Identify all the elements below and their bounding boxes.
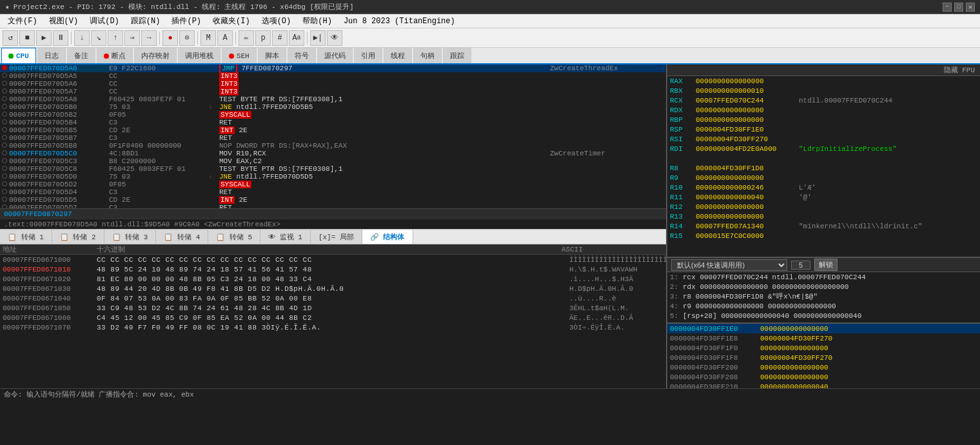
menu-item-O[interactable]: 选项(O) [257, 14, 297, 28]
toolbar-alloc[interactable]: A [217, 30, 233, 46]
call-num-input[interactable] [791, 261, 810, 270]
stack-row[interactable]: 0000004FD30FF2000000000000000000 [667, 362, 980, 372]
hex-row[interactable]: 00007FFED06710400F 84 07 53 0A 00 83 FA … [0, 293, 666, 303]
toolbar-run-to[interactable]: ▶| [310, 30, 326, 46]
bottom-tab-结构体[interactable]: 🔗 结构体 [362, 230, 413, 244]
close-button[interactable]: ✕ [966, 3, 975, 12]
disasm-bp[interactable] [0, 126, 9, 134]
disasm-row[interactable]: 00007FFED070D5A7CCINT3 [0, 88, 666, 95]
menu-item-Jun82023TitanEngine[interactable]: Jun 8 2023 (TitanEngine) [338, 15, 460, 27]
disasm-bp[interactable] [0, 103, 9, 111]
disasm-row[interactable]: 00007FFED070D5D075 03↓JNE ntdll.7FFED070… [0, 173, 666, 181]
bottom-tab-转储4[interactable]: 📋 转储 4 [156, 230, 208, 244]
disasm-bp[interactable] [0, 157, 9, 165]
toolbar-patch[interactable]: p [255, 30, 271, 46]
toolbar-step-over[interactable]: ↘ [91, 30, 106, 46]
bottom-tab-监视1[interactable]: 👁 监视 1 [260, 230, 311, 244]
disasm-row[interactable]: 00007FFED070D5D5CD 2EINT 2E [0, 196, 666, 204]
disasm-row[interactable]: 00007FFED070D5A6CCINT3 [0, 80, 666, 88]
disasm-bp[interactable] [0, 134, 9, 142]
tab-handle[interactable]: 句柄 [413, 48, 442, 63]
toolbar-stop[interactable]: ■ [19, 30, 35, 46]
toolbar-mem[interactable]: M [201, 30, 216, 46]
disasm-bp[interactable] [0, 95, 9, 103]
disasm-row[interactable]: 00007FFED070D5A5CCINT3 [0, 72, 666, 80]
hex-row[interactable]: 00007FFED0671060C4 45 12 00 45 85 C9 0F … [0, 313, 666, 322]
disasm-bp[interactable] [0, 88, 9, 95]
disasm-row[interactable]: 00007FFED070D5B075 03↓JNE ntdll.7FFED070… [0, 103, 666, 111]
disasm-bp[interactable] [0, 142, 9, 150]
disasm-bp[interactable] [0, 165, 9, 173]
toolbar-bp2[interactable]: ⊙ [179, 30, 195, 46]
menu-item-I[interactable]: 收藏夹(I) [208, 14, 255, 28]
disasm-bp[interactable] [0, 173, 9, 181]
toolbar-restart[interactable]: ↺ [3, 30, 18, 46]
stack-row[interactable]: 0000004FD30FF2100000000000000040 [667, 382, 980, 388]
toolbar-trace[interactable]: → [141, 30, 157, 46]
tab-note[interactable]: 备注 [67, 48, 95, 63]
toolbar-pause[interactable]: ⏸ [53, 30, 68, 46]
toolbar-watch[interactable]: 👁 [327, 30, 342, 46]
disasm-row[interactable]: 00007FFED070D5C3B8 C2000000MOV EAX,C2 [0, 157, 666, 165]
disasm-bp[interactable] [0, 72, 9, 80]
bottom-tab-转储1[interactable]: 📋 转储 1 [0, 230, 52, 244]
call-dropdown[interactable]: 默认(x64 快速调用用) [671, 259, 787, 271]
menu-item-N[interactable]: 跟踪(N) [126, 14, 166, 28]
bottom-tab-转储3[interactable]: 📋 转储 3 [104, 230, 157, 244]
disasm-row[interactable]: 00007FFED070D5C04C:8BD1MOV R10,RCXZwCrea… [0, 150, 666, 157]
tab-source[interactable]: 源代码 [317, 48, 353, 63]
toolbar-play[interactable]: ▶ [36, 30, 52, 46]
disasm-bp[interactable] [0, 150, 9, 157]
tab-thread[interactable]: 线程 [384, 48, 412, 63]
tab-symbol[interactable]: 符号 [288, 48, 316, 63]
maximize-button[interactable]: □ [954, 3, 963, 12]
hex-row[interactable]: 00007FFED0671000CC CC CC CC CC CC CC CC … [0, 255, 666, 264]
disasm-row[interactable]: 00007FFED070D5D7C3RET [0, 204, 666, 208]
disasm-bp[interactable] [0, 111, 9, 119]
disasm-bp[interactable] [0, 188, 9, 196]
disasm-bp[interactable] [0, 181, 9, 188]
stack-row[interactable]: 0000004FD30FF1F800000004FD30FF270 [667, 353, 980, 362]
disasm-row[interactable]: 00007FFED070D5B4C3RET [0, 119, 666, 126]
disasm-row[interactable]: 00007FFED070D5B80F1F8400 00000000NOP DWO… [0, 142, 666, 150]
stack-row[interactable]: 0000004FD30FF1E800000004FD30FF270 [667, 333, 980, 343]
hex-row[interactable]: 00007FFED067102081 EC 80 00 00 00 48 8B … [0, 274, 666, 284]
disasm-bp[interactable] [0, 196, 9, 204]
tab-memmap[interactable]: 内存映射 [134, 48, 177, 63]
menu-item-F[interactable]: 文件(F) [3, 14, 43, 28]
bottom-tab-局部[interactable]: [x]= 局部 [311, 230, 362, 244]
hex-area[interactable]: 地址 十六进制 ASCII 00007FFED0671000CC CC CC C… [0, 244, 666, 388]
tab-cpu[interactable]: CPU [1, 48, 36, 63]
tab-seh[interactable]: SEH [222, 48, 257, 63]
toolbar-step-out[interactable]: ↑ [108, 30, 123, 46]
toolbar-step-into[interactable]: ↓ [74, 30, 90, 46]
toolbar-bp[interactable]: ● [162, 30, 178, 46]
disasm-row[interactable]: 00007FFED070D5A8F60425 0803FE7F 01TEST B… [0, 95, 666, 103]
tab-callstack[interactable]: 调用堆栈 [178, 48, 220, 63]
toolbar-comment[interactable]: # [272, 30, 288, 46]
toolbar-animate[interactable]: ⇒ [124, 30, 140, 46]
hex-row[interactable]: 00007FFED067101048 89 5C 24 10 48 89 74 … [0, 264, 666, 274]
tab-misc2[interactable]: 脚本 [258, 48, 286, 63]
tab-breakpoint[interactable]: 断点 [97, 48, 133, 63]
disasm-row[interactable]: 00007FFED070D5B5CD 2EINT 2E [0, 126, 666, 134]
hex-row[interactable]: 00007FFED067103048 89 44 20 4D 8B 0B 49 … [0, 284, 666, 293]
disasm-bp[interactable] [0, 64, 9, 72]
tab-trace[interactable]: 跟踪 [443, 48, 471, 63]
disasm-row[interactable]: 00007FFED070D5D20F05SYSCALL [0, 181, 666, 188]
disasm-bp[interactable] [0, 80, 9, 88]
bottom-tab-转储5[interactable]: 📋 转储 5 [208, 230, 260, 244]
disasm-row[interactable]: 00007FFED070D5D4C3RET [0, 188, 666, 196]
toolbar-search[interactable]: Aa [289, 30, 304, 46]
stack-row[interactable]: 0000004FD30FF1E00000000000000000 [667, 324, 980, 333]
stack-row[interactable]: 0000004FD30FF1F00000000000000000 [667, 343, 980, 353]
disasm-row[interactable]: 00007FFED070D5C8F60425 0803FE7F 01TEST B… [0, 165, 666, 173]
stack-row[interactable]: 0000004FD30FF2080000000000000000 [667, 372, 980, 382]
menu-item-P[interactable]: 插件(P) [166, 14, 206, 28]
menu-item-D[interactable]: 调试(D) [84, 14, 124, 28]
disasm-row[interactable]: 00007FFED070D5A0E9 F22C1600JMP 7FFED0870… [0, 64, 666, 72]
toolbar-edit[interactable]: ✏ [239, 30, 254, 46]
hex-row[interactable]: 00007FFED067105033 C9 48 53 D2 4C 8B 74 … [0, 303, 666, 313]
disasm-bp[interactable] [0, 119, 9, 126]
hex-row[interactable]: 00007FFED067107033 D2 49 F7 F0 49 FF 08 … [0, 322, 666, 332]
